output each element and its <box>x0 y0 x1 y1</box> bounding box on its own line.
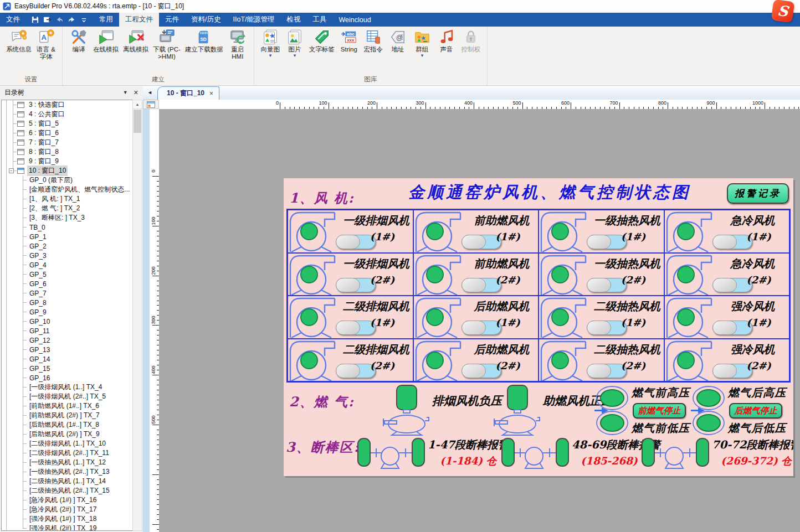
tree-object-item[interactable]: [一级排烟风机 (2#..] TX_5 <box>2 392 132 401</box>
tree-object-item[interactable]: GP_15 <box>2 364 132 373</box>
fan-object-二级抽热风机-(1#)[interactable]: 二级抽热风机(1#) <box>539 296 664 339</box>
tree-object-item[interactable]: [强冷风机 (2#) ] TX_19 <box>2 524 132 531</box>
tree-object-item[interactable]: [一级抽热风机 (1..] TX_12 <box>2 458 132 467</box>
ruler-corner-button[interactable] <box>143 100 159 109</box>
chevron-down-icon[interactable]: ▼ <box>420 54 424 58</box>
tree-object-item[interactable]: [后助燃风机 (2#) ] TX_9 <box>2 430 132 439</box>
tree-object-item[interactable]: [一级排烟风机 (1..] TX_4 <box>2 383 132 392</box>
alarm-record-button[interactable]: 报警记录 <box>727 183 789 204</box>
rod-break-device[interactable]: 1-47段断棒报警(1-184) 仓 <box>357 436 509 473</box>
tree-object-item[interactable]: [二级抽热风机 (2#..] TX_15 <box>2 486 132 495</box>
menu-file[interactable]: 文件 <box>0 13 26 27</box>
menu-tab-1[interactable]: 工程文件 <box>119 13 159 27</box>
tree-object-item[interactable]: [二级排烟风机 (1..] TX_10 <box>2 439 132 448</box>
tree-object-item[interactable]: GP_13 <box>2 345 132 354</box>
tree-object-item[interactable]: GP_16 <box>2 373 132 383</box>
rod-break-device[interactable]: 70-72段断棒报警(269-372) 仓 <box>641 436 793 473</box>
tree-object-item[interactable]: [二级抽热风机 (1..] TX_14 <box>2 477 132 486</box>
tree-window-item[interactable]: 9 : 窗口_9 <box>2 157 132 166</box>
fan-object-二级排烟风机-(1#)[interactable]: 二级排烟风机(1#) <box>288 296 413 339</box>
tree-object-item[interactable]: TB_0 <box>2 223 132 232</box>
menu-tab-0[interactable]: 常用 <box>93 13 119 27</box>
tree-object-item[interactable]: [金顺通窑炉风机、燃气控制状态... <box>2 185 132 194</box>
ribbon-item[interactable]: 文字标签 <box>307 29 337 53</box>
tree-object-item[interactable]: GP_4 <box>2 260 132 270</box>
tree-object-item[interactable]: GP_0 (最下层) <box>2 175 132 185</box>
tree-object-item[interactable]: GP_6 <box>2 279 132 288</box>
tree-window-item[interactable]: 7 : 窗口_7 <box>2 138 132 147</box>
export-icon[interactable] <box>43 16 52 24</box>
fan-object-急冷风机-(2#)[interactable]: 急冷风机(2#) <box>664 253 790 296</box>
tree-object-item[interactable]: GP_5 <box>2 270 132 279</box>
ribbon-item[interactable]: abcxxxString <box>337 29 361 53</box>
panel-collapse-icon[interactable]: ▼ <box>123 90 128 95</box>
fan-object-急冷风机-(1#)[interactable]: 急冷风机(1#) <box>664 210 790 253</box>
ribbon-item[interactable]: 下载 (PC- >HMI) <box>151 29 183 60</box>
more-icon[interactable] <box>80 16 88 24</box>
tree-object-item[interactable]: GP_11 <box>2 326 132 335</box>
tree-object-item[interactable]: [强冷风机 (1#) ] TX_18 <box>2 514 132 524</box>
gas-stop-button[interactable]: 后燃气停止 <box>729 403 782 419</box>
ribbon-item[interactable]: 声音 <box>434 29 459 53</box>
section-label-fan[interactable]: 1、风 机: <box>289 189 355 207</box>
tree-object-item[interactable]: GP_3 <box>2 251 132 260</box>
scrollbar-up-icon[interactable]: ▲ <box>133 100 142 109</box>
fan-object-二级排烟风机-(2#)[interactable]: 二级排烟风机(2#) <box>288 339 413 382</box>
tree-object-item[interactable]: GP_2 <box>2 241 132 251</box>
tree-window-item[interactable]: 4 : 公共窗口 <box>2 110 132 119</box>
tree-object-item[interactable]: GP_7 <box>2 288 132 298</box>
tree-object-item[interactable]: [前助燃风机 (1#..] TX_6 <box>2 401 132 411</box>
tree-window-item[interactable]: 6 : 窗口_6 <box>2 128 132 138</box>
fan-object-强冷风机-(2#)[interactable]: 强冷风机(2#) <box>664 339 790 382</box>
gas-pressure-device[interactable]: 排烟风机负压 <box>382 384 502 438</box>
ribbon-item[interactable]: 编译 <box>66 29 91 53</box>
fan-object-一级排烟风机-(1#)[interactable]: 一级排烟风机(1#) <box>288 210 413 253</box>
tree-object-item[interactable]: [1、风 机: ] TX_1 <box>2 194 132 204</box>
menu-tab-2[interactable]: 元件 <box>159 13 185 27</box>
gas-double-valve[interactable]: 燃气后高压后燃气停止燃气后低压 <box>690 385 786 438</box>
panel-close-icon[interactable]: ✕ <box>134 89 139 96</box>
tree-window-item[interactable]: −10 : 窗口_10 <box>2 166 132 175</box>
fan-object-强冷风机-(1#)[interactable]: 强冷风机(1#) <box>664 296 790 339</box>
ribbon-item[interactable]: @地址 <box>386 29 410 53</box>
tree-object-item[interactable]: GP_10 <box>2 317 132 326</box>
ribbon-item[interactable]: 在线模拟 <box>91 29 121 53</box>
ribbon-item[interactable]: 离线模拟 <box>121 29 151 53</box>
tree-object-item[interactable]: [急冷风机 (2#) ] TX_17 <box>2 505 132 514</box>
chevron-down-icon[interactable]: ▼ <box>268 54 273 58</box>
fan-object-前助燃风机-(2#)[interactable]: 前助燃风机(2#) <box>413 253 539 296</box>
tree-object-item[interactable]: [一级抽热风机 (2#..] TX_13 <box>2 467 132 477</box>
hmi-title[interactable]: 金顺通窑炉风机、燃气控制状态图 <box>383 182 716 204</box>
tree-object-item[interactable]: [前助燃风机 (2#) ] TX_7 <box>2 411 132 420</box>
tree-object-item[interactable]: GP_9 <box>2 307 132 317</box>
menu-tab-3[interactable]: 资料/历史 <box>185 13 227 27</box>
tab-nav-left-icon[interactable]: ◄ <box>147 90 152 95</box>
tree-object-item[interactable]: [急冷风机 (1#) ] TX_16 <box>2 495 132 505</box>
tree-window-item[interactable]: 8 : 窗口_8 <box>2 147 132 157</box>
gas-double-valve[interactable]: 燃气前高压前燃气停止燃气前低压 <box>594 385 690 438</box>
design-canvas[interactable]: 金顺通窑炉风机、燃气控制状态图 报警记录 1、风 机: 一级排烟风机(1#)前助… <box>159 109 800 532</box>
ribbon-item[interactable]: 群组▼ <box>410 29 434 58</box>
redo-icon[interactable] <box>68 16 76 24</box>
ribbon-item[interactable]: 向量图▼ <box>258 29 283 58</box>
tab-close-icon[interactable]: × <box>209 90 213 97</box>
fan-object-前助燃风机-(1#)[interactable]: 前助燃风机(1#) <box>413 210 539 253</box>
tree-window-item[interactable]: 5 : 窗口_5 <box>2 119 132 128</box>
hmi-window-10[interactable]: 金顺通窑炉风机、燃气控制状态图 报警记录 1、风 机: 一级排烟风机(1#)前助… <box>284 178 793 476</box>
menu-tab-7[interactable]: Weincloud <box>333 13 377 27</box>
tree-object-item[interactable]: [3、断棒区: ] TX_3 <box>2 213 132 223</box>
tree-object-item[interactable]: GP_14 <box>2 354 132 364</box>
ribbon-item[interactable]: 图片▼ <box>283 29 307 58</box>
tree-scrollbar[interactable]: ▲ <box>132 100 142 531</box>
save-icon[interactable] <box>31 16 39 24</box>
rod-break-device[interactable]: 48-69段断棒报警(185-268) 仓 <box>501 436 660 473</box>
section-label-gas[interactable]: 2、燃 气: <box>289 393 355 411</box>
fan-object-二级抽热风机-(2#)[interactable]: 二级抽热风机(2#) <box>539 339 664 382</box>
fan-object-一级排烟风机-(2#)[interactable]: 一级排烟风机(2#) <box>288 253 413 296</box>
ribbon-item[interactable]: 控制权 <box>459 29 483 53</box>
gas-stop-button[interactable]: 前燃气停止 <box>633 403 686 419</box>
fan-object-一级抽热风机-(1#)[interactable]: 一级抽热风机(1#) <box>539 210 664 253</box>
tree-object-item[interactable]: [2、燃 气: ] TX_2 <box>2 204 132 213</box>
ribbon-item[interactable]: SD建立下载数据 <box>183 29 225 53</box>
menu-tab-6[interactable]: 工具 <box>307 13 333 27</box>
